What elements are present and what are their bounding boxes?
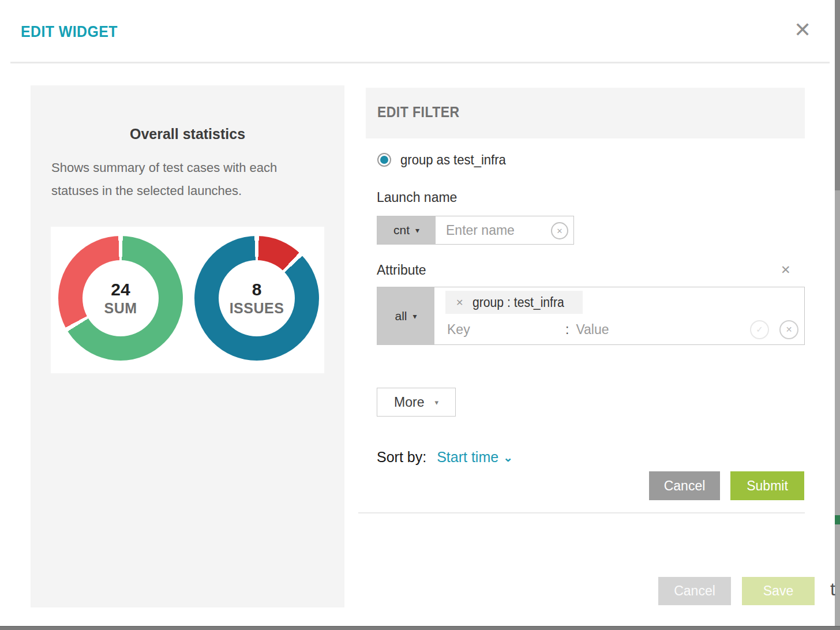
edit-filter-title: EDIT FILTER [377, 104, 467, 121]
chevron-down-icon: ⌄ [503, 451, 513, 464]
filter-radio-button[interactable] [377, 153, 391, 167]
modal-title: EDIT WIDGET [21, 23, 126, 41]
widget-type-title: Overall statistics [31, 126, 344, 142]
widget-description: Shows summary of test cases with each st… [51, 156, 324, 202]
sum-donut-chart: 24 SUM [58, 236, 183, 361]
filter-cancel-button[interactable]: Cancel [649, 471, 720, 500]
caret-down-icon: ▾ [412, 312, 417, 321]
sum-donut-center: 24 SUM [82, 260, 159, 336]
background-page-bottom-edge [0, 626, 840, 630]
issues-donut-chart: 8 ISSUES [194, 236, 319, 361]
modal-save-button[interactable]: Save [742, 577, 815, 605]
launch-name-field: cnt ▾ ✕ [377, 216, 574, 245]
confirm-attribute-icon[interactable]: ✓ [750, 320, 769, 339]
caret-down-icon: ▾ [434, 398, 438, 407]
chip-remove-icon[interactable]: ✕ [456, 297, 463, 308]
key-value-row: : ✓ ✕ [445, 317, 798, 342]
edit-filter-header: EDIT FILTER [366, 88, 805, 138]
key-value-actions: ✓ ✕ [750, 320, 798, 339]
filter-radio-label[interactable]: group as test_infra [400, 152, 515, 168]
remove-attribute-icon[interactable]: ✕ [781, 263, 791, 277]
key-value-separator: : [565, 322, 569, 337]
filter-radio-label-text: group as test_infra [400, 152, 506, 168]
background-green-fragment [835, 515, 840, 524]
launch-condition-dropdown[interactable]: cnt ▾ [377, 216, 436, 244]
attribute-label: Attribute [377, 262, 426, 278]
sum-value: 24 [111, 280, 130, 299]
sort-by-label: Sort by: [377, 449, 426, 466]
cancel-attribute-icon[interactable]: ✕ [779, 320, 798, 339]
edit-widget-modal: EDIT WIDGET ✕ Overall statistics Shows s… [0, 0, 840, 630]
launch-condition-value: cnt [393, 223, 410, 237]
chip-label-text: group : test_infra [472, 295, 564, 310]
background-clipped-text: t [830, 579, 835, 600]
issues-donut-center: 8 ISSUES [219, 260, 295, 336]
more-button-label: More [394, 395, 424, 410]
filter-submit-button[interactable]: Submit [730, 471, 804, 500]
sum-label: SUM [104, 299, 137, 317]
filter-radio-dot [380, 156, 388, 164]
widget-preview-panel: Overall statistics Shows summary of test… [31, 85, 344, 608]
attribute-input-area: ✕ group : test_infra : ✓ ✕ [434, 287, 804, 344]
attribute-condition-dropdown[interactable]: all ▾ [377, 287, 434, 344]
attribute-condition-value: all [395, 309, 407, 323]
attribute-value-input[interactable] [576, 322, 662, 337]
attribute-chip: ✕ group : test_infra [445, 291, 583, 314]
filter-section-divider [358, 512, 805, 513]
sort-by-row: Sort by: Start time ⌄ [377, 449, 513, 466]
widget-preview-chart: 24 SUM 8 ISSUES [51, 227, 324, 373]
attribute-key-input[interactable] [447, 322, 565, 337]
modal-cancel-button[interactable]: Cancel [658, 577, 731, 605]
issues-value: 8 [252, 280, 262, 299]
header-divider [10, 62, 830, 63]
clear-launch-name-icon[interactable]: ✕ [551, 222, 568, 239]
edit-filter-title-text: EDIT FILTER [377, 104, 460, 121]
sort-by-value-link[interactable]: Start time [437, 449, 498, 466]
launch-name-input-wrap: ✕ [436, 216, 573, 244]
attribute-field: all ▾ ✕ group : test_infra : ✓ ✕ [377, 287, 805, 345]
filter-option-row: group as test_infra [377, 152, 515, 168]
chip-label: group : test_infra [472, 295, 572, 310]
close-icon[interactable]: ✕ [794, 20, 811, 40]
caret-down-icon: ▾ [415, 226, 419, 235]
issues-label: ISSUES [230, 299, 284, 317]
launch-name-label: Launch name [377, 190, 457, 205]
more-button[interactable]: More ▾ [377, 388, 456, 417]
modal-title-text: EDIT WIDGET [21, 23, 118, 41]
page-scrollbar-thumb[interactable] [835, 0, 840, 190]
